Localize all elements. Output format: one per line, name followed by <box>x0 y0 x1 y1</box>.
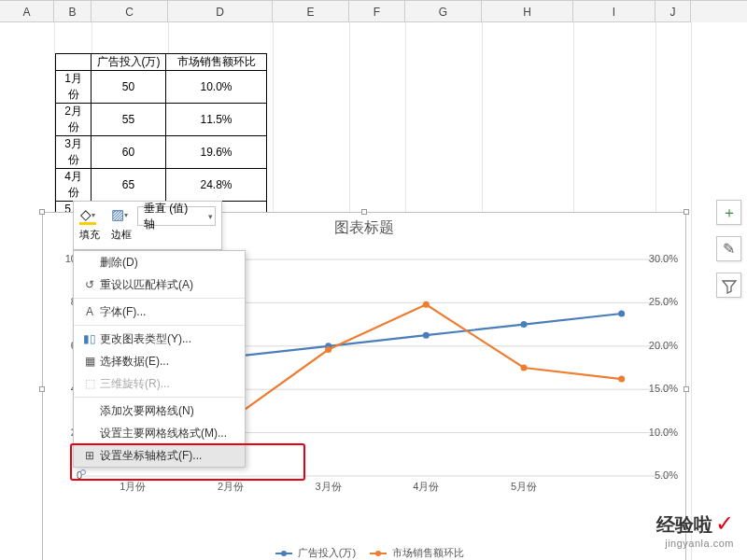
select-data-icon: ▦ <box>79 355 100 368</box>
y-left-tick: 0 <box>60 469 82 481</box>
mini-toolbar[interactable]: ◇▾ ▨▾ 垂直 (值) 轴 ▾ 填充 边框 <box>73 201 222 250</box>
chart-element-button[interactable]: ＋ <box>716 200 741 225</box>
plus-icon: ＋ <box>722 204 737 220</box>
chart-filter-button[interactable] <box>716 273 741 298</box>
column-header[interactable]: G <box>405 1 482 22</box>
column-header[interactable]: B <box>54 1 92 22</box>
svg-point-10 <box>521 321 528 328</box>
font-icon: A <box>79 305 100 318</box>
column-header[interactable]: E <box>273 1 349 22</box>
fill-icon[interactable]: ◇▾ <box>74 206 102 223</box>
filter-icon <box>722 279 737 294</box>
column-header[interactable]: A <box>0 1 54 22</box>
table-row[interactable]: 1月份5010.0% <box>56 71 267 104</box>
table-row[interactable]: 2月份5511.5% <box>56 104 267 136</box>
axis-selector-combo[interactable]: 垂直 (值) 轴 ▾ <box>137 206 216 226</box>
chart-legend[interactable]: 广告投入(万) 市场销售额环比 <box>43 546 685 560</box>
rotate3d-icon: ⬚ <box>79 377 100 390</box>
legend-label-2: 市场销售额环比 <box>392 547 464 558</box>
axis-icon: ⊞ <box>79 449 100 462</box>
column-header[interactable]: D <box>168 1 273 22</box>
axis-selection-handle[interactable] <box>80 469 86 475</box>
fill-label: 填充 <box>74 228 106 242</box>
column-header[interactable]: J <box>655 1 691 22</box>
x-tick: 3月份 <box>310 480 347 494</box>
svg-point-15 <box>423 301 430 308</box>
context-menu[interactable]: 删除(D) ↺重设以匹配样式(A) A字体(F)... ▮▯更改图表类型(Y).… <box>73 250 246 468</box>
header-ratio: 市场销售额环比 <box>166 54 267 71</box>
menu-separator <box>74 298 245 299</box>
menu-delete[interactable]: 删除(D) <box>74 251 245 273</box>
x-tick: 4月份 <box>407 480 444 494</box>
y-right-tick: 20.0% <box>649 340 678 351</box>
reset-icon: ↺ <box>79 278 100 291</box>
chevron-down-icon: ▾ <box>208 212 213 221</box>
y-right-tick: 15.0% <box>649 383 678 394</box>
legend-label-1: 广告投入(万) <box>298 547 356 558</box>
column-header[interactable]: H <box>482 1 573 22</box>
border-label: 边框 <box>106 228 137 242</box>
menu-font[interactable]: A字体(F)... <box>74 301 245 323</box>
table-row[interactable]: 3月份6019.6% <box>56 136 267 169</box>
border-icon[interactable]: ▨▾ <box>106 206 134 223</box>
svg-point-9 <box>423 332 430 339</box>
x-tick: 2月份 <box>212 480 249 494</box>
menu-separator <box>74 397 245 398</box>
menu-3d-rotate: ⬚三维旋转(R)... <box>74 372 245 395</box>
watermark-url: jingyanla.com <box>656 538 734 549</box>
watermark-text: 经验啦 <box>656 514 712 535</box>
table-row[interactable]: 4月份6524.8% <box>56 169 267 202</box>
column-header[interactable]: F <box>349 1 405 22</box>
chart-type-icon: ▮▯ <box>79 332 100 345</box>
menu-separator <box>74 325 245 326</box>
svg-point-16 <box>521 365 528 371</box>
brush-icon: ✎ <box>723 241 735 257</box>
axis-combo-label: 垂直 (值) 轴 <box>144 201 199 232</box>
header-ad: 广告投入(万) <box>92 54 166 71</box>
svg-point-14 <box>325 346 331 353</box>
menu-reset-style[interactable]: ↺重设以匹配样式(A) <box>74 273 245 296</box>
x-tick: 1月份 <box>114 480 151 494</box>
column-header[interactable]: C <box>92 1 168 22</box>
check-icon: ✓ <box>715 511 734 536</box>
y-right-tick: 30.0% <box>649 253 678 264</box>
menu-format-axis[interactable]: ⊞设置坐标轴格式(F)... <box>74 444 245 467</box>
y-right-tick: 25.0% <box>649 296 678 307</box>
y-right-tick: 10.0% <box>649 427 678 438</box>
legend-marker-blue <box>275 553 292 554</box>
x-tick: 5月份 <box>505 480 543 494</box>
column-header[interactable]: I <box>573 1 655 22</box>
menu-format-major-gridlines[interactable]: 设置主要网格线格式(M)... <box>74 422 245 444</box>
watermark: 经验啦 ✓ jingyanla.com <box>656 511 734 549</box>
table-header-row: 广告投入(万) 市场销售额环比 <box>56 54 267 71</box>
svg-point-17 <box>618 376 625 383</box>
y-right-tick: 5.0% <box>655 469 678 481</box>
menu-add-minor-gridlines[interactable]: 添加次要网格线(N) <box>74 399 245 422</box>
chart-style-button[interactable]: ✎ <box>716 236 741 261</box>
svg-point-11 <box>618 311 625 317</box>
menu-change-chart-type[interactable]: ▮▯更改图表类型(Y)... <box>74 328 245 350</box>
menu-select-data[interactable]: ▦选择数据(E)... <box>74 350 245 372</box>
column-headers: ABCDEFGHIJ <box>0 0 747 22</box>
legend-marker-orange <box>370 553 387 554</box>
